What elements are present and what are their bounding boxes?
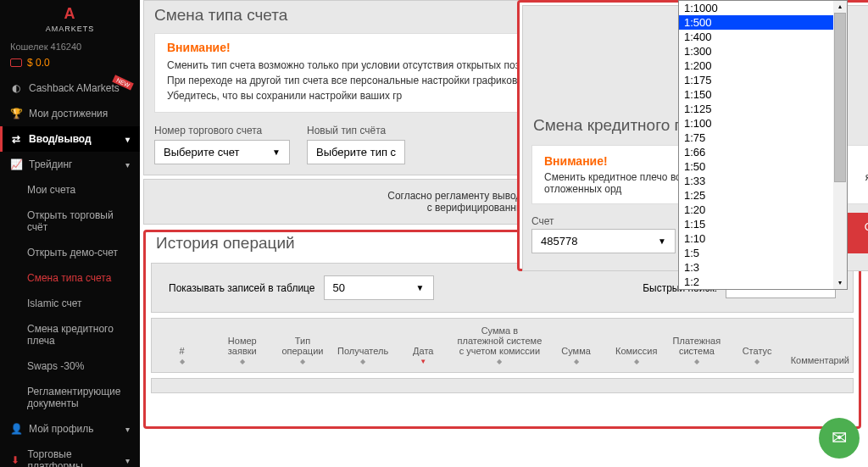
- chevron-down-icon: ▾: [125, 135, 130, 144]
- scroll-thumb[interactable]: [834, 13, 846, 182]
- leverage-option[interactable]: 1:20: [679, 203, 847, 217]
- scrollbar[interactable]: ▴ ▾: [833, 1, 847, 289]
- leverage-option[interactable]: 1:500: [679, 15, 847, 30]
- nav-swaps[interactable]: Swaps -30%: [0, 353, 140, 379]
- cashback-icon: ◐: [10, 82, 22, 94]
- nav-docs[interactable]: Регламентирующие документы: [0, 379, 140, 416]
- account-select-value: Выберите счет: [164, 146, 240, 158]
- leverage-option[interactable]: 1:175: [679, 73, 847, 87]
- col-order[interactable]: Номер заявки◆: [212, 319, 272, 372]
- leverage-option[interactable]: 1:300: [679, 44, 847, 58]
- nav-profile[interactable]: 👤 Мой профиль ▾: [0, 416, 140, 442]
- nav-profile-label: Мой профиль: [29, 423, 94, 435]
- leverage-option[interactable]: 1:5: [679, 246, 847, 260]
- col-recipient[interactable]: Получатель◆: [333, 319, 393, 372]
- main-content: Смена типа счета Внимание! Сменить тип с…: [140, 0, 868, 467]
- leverage-option[interactable]: 1:3: [679, 260, 847, 275]
- nav-trading-label: Трейдинг: [29, 158, 72, 170]
- caret-icon: ▼: [658, 236, 666, 246]
- chat-icon: ✉: [832, 427, 847, 449]
- nav-io-label: Ввод/вывод: [29, 133, 92, 145]
- pagesize-value: 50: [333, 281, 345, 294]
- col-comment[interactable]: Комментарий: [787, 319, 853, 372]
- leverage-option[interactable]: 1:2: [679, 275, 847, 289]
- leverage-option[interactable]: 1:75: [679, 131, 847, 145]
- logo: A: [0, 0, 140, 25]
- logo-subtitle: AMARKETS: [0, 25, 140, 33]
- nav-trading[interactable]: 📈 Трейдинг ▾: [0, 152, 140, 177]
- col-type[interactable]: Тип операции◆: [272, 319, 332, 372]
- leverage-option[interactable]: 1:125: [679, 102, 847, 116]
- chevron-down-icon: ▾: [125, 425, 130, 434]
- nav-cashback-label: Cashback AMarkets: [29, 82, 120, 94]
- col-paysystem[interactable]: Платежная система◆: [666, 319, 726, 372]
- type-select[interactable]: Выберите тип с: [307, 140, 405, 164]
- nav-leverage[interactable]: Смена кредитного плеча: [0, 316, 140, 353]
- leverage-option[interactable]: 1:200: [679, 58, 847, 73]
- pagesize-select[interactable]: 50 ▼: [324, 275, 434, 300]
- transfer-icon: ⇄: [10, 133, 22, 145]
- chat-button[interactable]: ✉: [819, 418, 860, 459]
- leverage-account-label: Счет: [531, 215, 676, 227]
- leverage-option[interactable]: 1:50: [679, 159, 847, 174]
- nav-islamic[interactable]: Islamic счет: [0, 291, 140, 316]
- leverage-option[interactable]: 1:33: [679, 174, 847, 188]
- leverage-account-select[interactable]: 485778 ▼: [531, 229, 676, 253]
- col-commission[interactable]: Комиссия◆: [606, 319, 666, 372]
- sidebar: A AMARKETS Кошелек 416240 $ 0.0 ◐ Cashba…: [0, 0, 140, 467]
- download-icon: ⬇: [10, 454, 20, 466]
- col-date[interactable]: Дата▼: [393, 319, 453, 372]
- leverage-option[interactable]: 1:400: [679, 30, 847, 44]
- leverage-option[interactable]: 1:15: [679, 217, 847, 231]
- leverage-option[interactable]: 1:66: [679, 145, 847, 159]
- scroll-up-icon[interactable]: ▴: [834, 1, 846, 13]
- type-select-value: Выберите тип с: [316, 146, 396, 158]
- wallet-icon: [10, 58, 22, 67]
- caret-icon: ▼: [272, 147, 281, 157]
- leverage-account-value: 485778: [541, 235, 577, 247]
- nav-change-type[interactable]: Смена типа счета: [0, 265, 140, 291]
- account-select[interactable]: Выберите счет ▼: [154, 140, 290, 164]
- nav-achievements[interactable]: 🏆 Мои достижения: [0, 101, 140, 126]
- leverage-option[interactable]: 1:150: [679, 87, 847, 102]
- nav-platforms[interactable]: ⬇ Торговые платформы ▾: [0, 442, 140, 467]
- person-icon: 👤: [10, 423, 22, 435]
- col-hash[interactable]: #◆: [152, 319, 212, 372]
- nav-platforms-label: Торговые платформы: [27, 448, 119, 467]
- wallet-id: Кошелек 416240: [0, 40, 140, 53]
- nav-io[interactable]: ⇄ Ввод/вывод ▾: [0, 126, 140, 152]
- leverage-option[interactable]: 1:100: [679, 116, 847, 131]
- trophy-icon: 🏆: [10, 108, 22, 120]
- leverage-dropdown-list[interactable]: 1:10001:5001:4001:3001:2001:1751:1501:12…: [678, 0, 848, 290]
- nav-cashback[interactable]: ◐ Cashback AMarkets NEW: [0, 75, 140, 101]
- chevron-down-icon: ▾: [125, 160, 130, 170]
- nav-open-demo[interactable]: Открыть демо-счет: [0, 240, 140, 265]
- chart-icon: 📈: [10, 158, 22, 170]
- pagesize-label: Показывать записей в таблице: [169, 282, 315, 294]
- nav-achievements-label: Мои достижения: [29, 108, 108, 120]
- new-type-label: Новый тип счёта: [307, 125, 405, 136]
- scroll-down-icon[interactable]: ▾: [834, 277, 846, 289]
- nav-open-account[interactable]: Открыть торговый счёт: [0, 203, 140, 240]
- leverage-option[interactable]: 1:25: [679, 188, 847, 203]
- history-header: #◆ Номер заявки◆ Тип операции◆ Получател…: [151, 318, 854, 373]
- col-amount-ps[interactable]: Сумма в платежной системе с учетом комис…: [453, 319, 546, 372]
- nav-myaccounts[interactable]: Мои счета: [0, 177, 140, 203]
- leverage-option[interactable]: 1:10: [679, 231, 847, 246]
- col-amount[interactable]: Сумма◆: [546, 319, 606, 372]
- wallet-balance[interactable]: $ 0.0: [0, 53, 140, 75]
- chevron-down-icon: ▾: [125, 456, 130, 465]
- history-body: [151, 378, 854, 393]
- col-status[interactable]: Статус◆: [726, 319, 787, 372]
- leverage-option[interactable]: 1:1000: [679, 1, 847, 15]
- balance-value: $ 0.0: [27, 57, 50, 69]
- caret-icon: ▼: [416, 283, 425, 292]
- account-number-label: Номер торгового счета: [154, 125, 290, 136]
